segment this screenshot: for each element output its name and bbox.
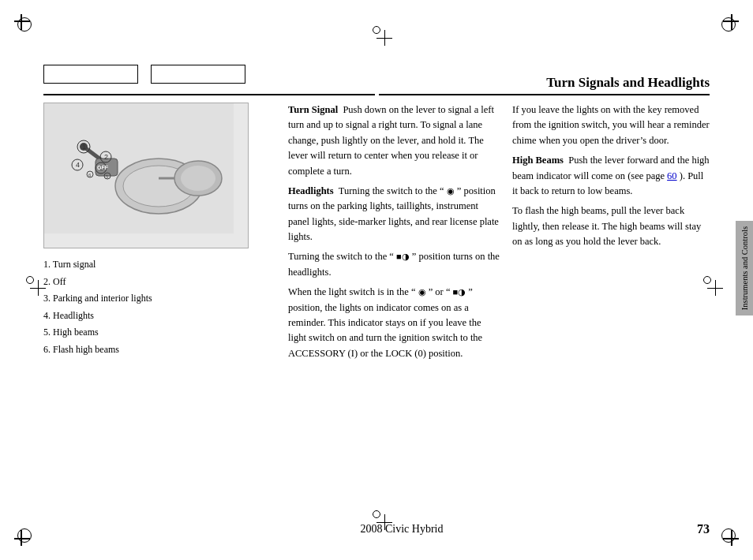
crosshair-top (376, 30, 392, 46)
crosshair-right (707, 280, 723, 296)
label-1: 1. Turn signal (43, 256, 280, 274)
lever-svg: 1 2 3 4 OFF 5 (44, 103, 234, 233)
label-6: 6. Flash high beams (43, 342, 280, 359)
headlights-heading: Headlights (288, 185, 334, 196)
lever-diagram-box: 1 2 3 4 OFF 5 (43, 103, 249, 248)
page-title: Turn Signals and Headlights (546, 75, 710, 90)
svg-text:OFF: OFF (97, 165, 109, 170)
svg-point-15 (181, 166, 215, 191)
label-5: 5. High beams (43, 324, 280, 342)
headlights-body2: Turning the switch to the “ ■◑ ” positio… (288, 251, 500, 277)
circle-mark-tl (17, 17, 32, 32)
sidebar-tab-label: Instruments and Controls (740, 226, 749, 310)
label-2: 2. Off (43, 274, 280, 291)
headlights-para2: Turning the switch to the “ ■◑ ” positio… (288, 249, 501, 280)
sidebar-tab: Instruments and Controls (736, 221, 753, 315)
top-tabs (43, 65, 245, 84)
circle-mark-tr (721, 17, 736, 32)
circle-mark-br (721, 528, 736, 543)
top-rule (43, 94, 375, 95)
turn-signal-para: Turn Signal Push down on the lever to si… (288, 103, 501, 179)
svg-text:2: 2 (104, 153, 108, 161)
left-column: 1 2 3 4 OFF 5 (43, 103, 280, 501)
flash-para: To flash the high beams, pull the lever … (512, 203, 710, 249)
turn-signal-heading: Turn Signal (288, 104, 338, 115)
svg-text:1: 1 (82, 143, 86, 151)
tab-2[interactable] (151, 65, 245, 84)
headlights-para1: Headlights Turning the switch to the “ ◉… (288, 184, 501, 245)
high-beams-para: High Beams Push the lever forward and th… (512, 153, 710, 199)
headlights-para3: When the light switch is in the “ ◉ ” or… (288, 285, 501, 361)
diagram-labels: 1. Turn signal 2. Off 3. Parking and int… (43, 256, 280, 359)
label-4: 4. Headlights (43, 308, 280, 325)
right-column: If you leave the lights on with the key … (501, 103, 710, 501)
high-beams-heading: High Beams (512, 155, 564, 166)
label-3: 3. Parking and interior lights (43, 290, 280, 308)
page-title-area: Turn Signals and Headlights (379, 75, 710, 95)
footer-page-number: 73 (697, 522, 710, 536)
middle-column: Turn Signal Push down on the lever to si… (280, 103, 501, 501)
svg-text:4: 4 (76, 161, 80, 169)
headlights-body3: When the light switch is in the “ ◉ ” or… (288, 286, 482, 359)
footer: 2008 Civic Hybrid 73 (43, 522, 710, 536)
page-link[interactable]: 60 (667, 170, 677, 181)
main-content: 1 2 3 4 OFF 5 (43, 103, 710, 501)
reminder-para: If you leave the lights on with the key … (512, 103, 710, 148)
tab-1[interactable] (43, 65, 138, 84)
footer-center: 2008 Civic Hybrid (107, 523, 697, 536)
circle-mark-bl (17, 528, 32, 543)
